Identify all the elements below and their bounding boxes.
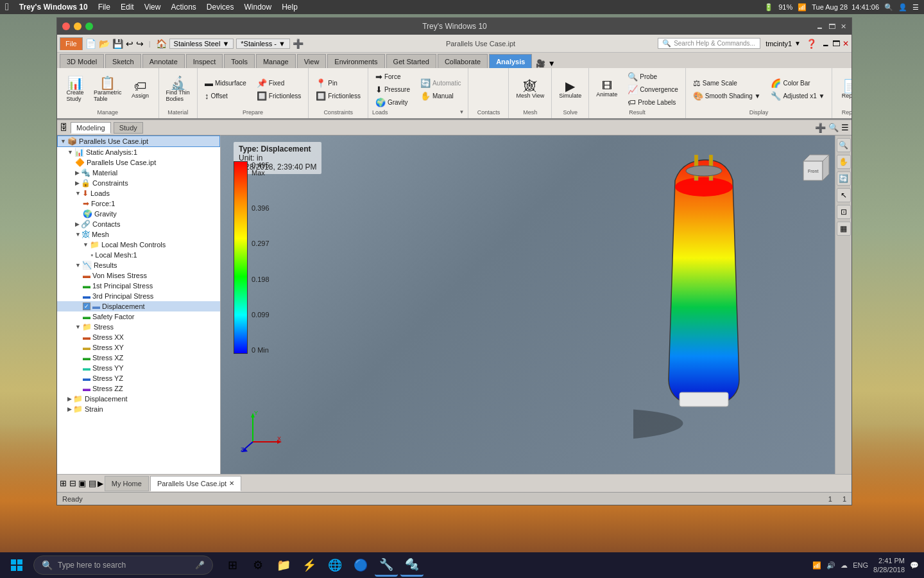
undo-icon[interactable]: ↩ bbox=[126, 39, 133, 49]
probe-labels-btn[interactable]: 🏷 Probe Labels bbox=[624, 96, 681, 109]
notification-icon[interactable]: 💬 bbox=[910, 561, 919, 570]
tab-my-home[interactable]: My Home bbox=[105, 476, 149, 491]
taskbar-wifi[interactable]: 📶 bbox=[812, 561, 821, 570]
view-cube[interactable]: Front bbox=[794, 148, 832, 187]
local-mesh-expand-icon[interactable]: ▼ bbox=[83, 241, 89, 248]
tab-3dmodel[interactable]: 3D Model bbox=[60, 54, 104, 68]
new-icon[interactable]: 📄 bbox=[85, 39, 96, 49]
displacement-check[interactable]: ✓ bbox=[83, 302, 90, 310]
user-icon[interactable]: 👤 bbox=[898, 3, 907, 12]
same-scale-btn[interactable]: ⚖ Same Scale bbox=[690, 77, 764, 89]
tree-root[interactable]: ▼ 📦 Parallels Use Case.ipt bbox=[57, 136, 220, 147]
frictionless2-btn[interactable]: 🔲 Frictionless bbox=[312, 90, 364, 102]
win-max-btn[interactable] bbox=[85, 22, 93, 30]
static-analysis-item[interactable]: ▼ 📊 Static Analysis:1 bbox=[57, 147, 220, 157]
smooth-shading-btn[interactable]: 🎨 Smooth Shading ▼ bbox=[690, 90, 764, 102]
apple-icon[interactable]:  bbox=[5, 1, 9, 13]
taskbar-inventor[interactable]: 🔧 bbox=[375, 554, 398, 577]
tab-parallels-case[interactable]: Parallels Use Case.ipt ✕ bbox=[150, 476, 241, 491]
loads-item[interactable]: ▼ ⬇ Loads bbox=[57, 188, 220, 198]
taskbar-browser2[interactable]: 🔵 bbox=[349, 554, 372, 577]
right-tool-2[interactable]: ✋ bbox=[837, 155, 851, 169]
tab-modeling[interactable]: Modeling bbox=[71, 122, 111, 134]
results-expand-icon[interactable]: ▼ bbox=[75, 262, 81, 268]
gravity-btn[interactable]: 🌍 Gravity bbox=[372, 96, 413, 109]
pressure-btn[interactable]: ⬇ Pressure bbox=[372, 83, 413, 96]
tab-analysis[interactable]: Analysis bbox=[489, 54, 532, 68]
contacts-expand-icon[interactable]: ▶ bbox=[75, 221, 80, 227]
win-restore-icon[interactable]: 🗖 bbox=[832, 39, 840, 48]
start-button[interactable] bbox=[5, 554, 28, 577]
tab-manage[interactable]: Manage bbox=[256, 54, 296, 68]
animate-btn[interactable]: 🎞 Animate bbox=[593, 79, 620, 100]
loads-dropdown[interactable]: ▼ bbox=[459, 109, 465, 116]
taskbar-inventor2[interactable]: 🔩 bbox=[400, 554, 424, 577]
panel-search-btn[interactable]: 🔍 bbox=[828, 123, 839, 132]
mesh-item[interactable]: ▼ 🕸 Mesh bbox=[57, 229, 220, 240]
right-tool-1[interactable]: 🔍 bbox=[837, 138, 851, 152]
stress-expand-icon[interactable]: ▼ bbox=[75, 324, 81, 330]
tab-annotate[interactable]: Annotate bbox=[142, 54, 185, 68]
gravity-item[interactable]: 🌍 Gravity bbox=[57, 209, 220, 219]
win-restore-btn[interactable]: 🗕 bbox=[816, 22, 823, 30]
material-expand-icon[interactable]: ▶ bbox=[75, 170, 80, 176]
tab-inspect[interactable]: Inspect bbox=[186, 54, 223, 68]
taskbar-volume[interactable]: 🔊 bbox=[826, 561, 835, 570]
offset-btn[interactable]: ↕ Offset bbox=[201, 90, 250, 102]
expand-btn[interactable]: ▶ bbox=[98, 479, 103, 488]
taskbar-cloud[interactable]: ☁ bbox=[841, 561, 848, 570]
contacts-item[interactable]: ▶ 🔗 Contacts bbox=[57, 219, 220, 229]
stress-xz-item[interactable]: ▬ Stress XZ bbox=[57, 353, 220, 363]
von-mises-item[interactable]: ▬ Von Mises Stress bbox=[57, 270, 220, 281]
probe-btn[interactable]: 🔍 Probe bbox=[624, 71, 681, 83]
win-close-btn[interactable] bbox=[62, 22, 70, 30]
find-thin-bodies-btn[interactable]: 🔬 Find ThinBodies bbox=[163, 74, 193, 104]
right-tool-5[interactable]: ⊡ bbox=[837, 205, 851, 219]
adjusted-btn[interactable]: 🔧 Adjusted x1 ▼ bbox=[767, 90, 828, 102]
mesh-expand-icon[interactable]: ▼ bbox=[75, 231, 81, 238]
redo-icon[interactable]: ↪ bbox=[136, 39, 144, 49]
taskbar-explorer[interactable]: 📁 bbox=[272, 554, 295, 577]
tab-close-btn[interactable]: ✕ bbox=[229, 480, 234, 487]
help-icon[interactable]: ❓ bbox=[806, 39, 817, 49]
tab-collaborate[interactable]: Collaborate bbox=[438, 54, 488, 68]
mac-menu-view[interactable]: View bbox=[144, 3, 161, 12]
win-close-icon[interactable]: ✕ bbox=[843, 39, 849, 48]
safety-item[interactable]: ▬ Safety Factor bbox=[57, 311, 220, 322]
mac-menu-devices[interactable]: Devices bbox=[207, 3, 234, 12]
win-min-btn[interactable] bbox=[74, 22, 81, 30]
principal1-item[interactable]: ▬ 1st Principal Stress bbox=[57, 281, 220, 291]
parametric-table-btn[interactable]: 📋 ParametricTable bbox=[90, 74, 125, 104]
mac-menu-window[interactable]: Window bbox=[244, 3, 272, 12]
taskbar-language[interactable]: ENG bbox=[853, 561, 868, 569]
fixed-btn[interactable]: 📌 Fixed bbox=[253, 77, 305, 89]
mac-menu-file[interactable]: File bbox=[98, 3, 110, 12]
tab-view[interactable]: View bbox=[297, 54, 327, 68]
open-icon[interactable]: 📂 bbox=[99, 39, 110, 49]
mac-menu-help[interactable]: Help bbox=[282, 3, 298, 12]
material-item[interactable]: ▶ 🔩 Material bbox=[57, 168, 220, 178]
user-label[interactable]: tmcinty1 bbox=[766, 40, 792, 48]
report-btn[interactable]: 📄 Report bbox=[836, 78, 851, 101]
bottom-tab-icons[interactable]: ⊞ ⊟ ▣ ▤ bbox=[60, 478, 96, 488]
save-icon[interactable]: 💾 bbox=[112, 39, 123, 49]
force1-item[interactable]: ➡ Force:1 bbox=[57, 198, 220, 209]
force-btn[interactable]: ➡ Force bbox=[372, 71, 413, 83]
panel-add-btn[interactable]: ➕ bbox=[815, 123, 826, 133]
simulate-btn[interactable]: ▶ Simulate bbox=[556, 78, 585, 101]
stress-xy-item[interactable]: ▬ Stress XY bbox=[57, 342, 220, 353]
right-tool-3[interactable]: 🔄 bbox=[837, 171, 851, 186]
taskbar-settings[interactable]: ⚙ bbox=[246, 554, 270, 577]
pin-btn[interactable]: 📍 Pin bbox=[312, 77, 364, 89]
disp-folder-expand[interactable]: ▶ bbox=[67, 396, 72, 402]
win-max2-btn[interactable]: 🗖 bbox=[828, 22, 835, 30]
stress-zz-item[interactable]: ▬ Stress ZZ bbox=[57, 383, 220, 394]
tab-sketch[interactable]: Sketch bbox=[105, 54, 141, 68]
local-mesh1-item[interactable]: ▪ Local Mesh:1 bbox=[57, 250, 220, 260]
taskbar-maya[interactable]: ⚡ bbox=[298, 554, 321, 577]
mac-menu-actions[interactable]: Actions bbox=[171, 3, 196, 12]
stress-xx-item[interactable]: ▬ Stress XX bbox=[57, 332, 220, 342]
strain-expand[interactable]: ▶ bbox=[67, 406, 72, 412]
home-icon[interactable]: 🏠 bbox=[156, 39, 167, 49]
taskbar-search[interactable]: 🔍 Type here to search 🎤 bbox=[33, 556, 213, 575]
